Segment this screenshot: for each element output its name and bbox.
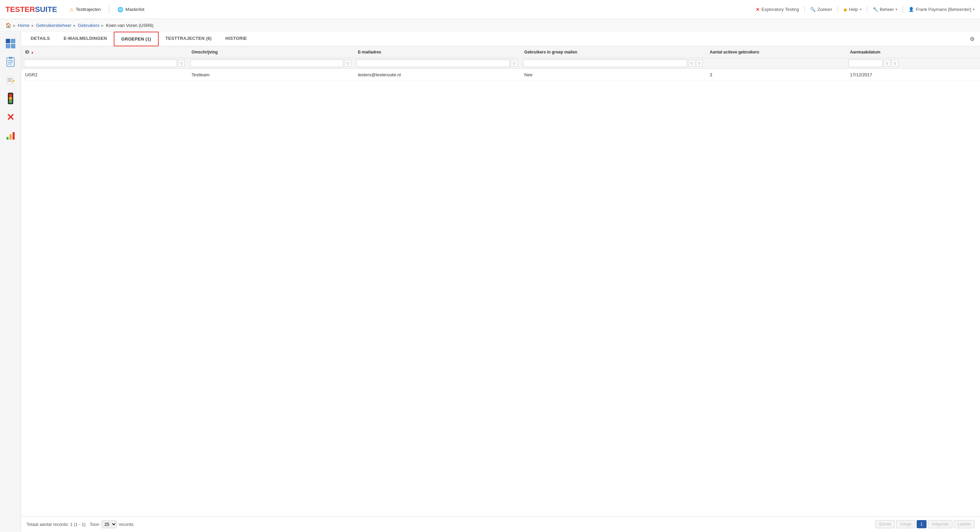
tab-details[interactable]: DETAILS — [24, 32, 57, 46]
header-right: ✕ Exploratory Testing 🔍 Zoeken ◆ Help ▾ … — [756, 6, 975, 13]
exploratory-testing-btn[interactable]: ✕ Exploratory Testing — [756, 7, 799, 12]
cell-id: UGR2 — [21, 69, 188, 81]
grid-icon — [6, 39, 15, 48]
table-body: UGR2 Testteam testers@testersuite.nl Nee… — [21, 69, 980, 81]
divider-4 — [903, 6, 903, 13]
svg-rect-14 — [10, 134, 11, 140]
main-layout: ✕ DETAILS E-MAILMELDINGEN GROEPEN (1) TE… — [0, 32, 980, 532]
cell-emailadres: testers@testersuite.nl — [354, 69, 520, 81]
help-icon: ◆ — [843, 7, 847, 12]
breadcrumb-home[interactable]: Home — [18, 23, 30, 28]
col-aanmaakdatum: Aanmaakdatum — [846, 46, 980, 58]
col-emailadres: E-mailadres — [354, 46, 520, 58]
sidebar-item-notes[interactable] — [3, 73, 18, 88]
footer-show: Toon 25 records — [89, 521, 134, 528]
breadcrumb-gebruikers[interactable]: Gebruikers — [78, 23, 100, 28]
x-icon: ✕ — [756, 7, 760, 12]
filter-id-btn[interactable]: ▽ — [178, 60, 185, 67]
tab-historie[interactable]: HISTORIE — [219, 32, 254, 46]
col-actieve-gebruikers: Aantal actieve gebruikers — [706, 46, 846, 58]
pagination-prev[interactable]: Vorige — [896, 520, 915, 528]
filter-gebruikers-mailen-input[interactable] — [523, 60, 687, 67]
sidebar-item-dashboard[interactable] — [3, 36, 18, 51]
search-icon: 🔍 — [810, 7, 816, 12]
filter-id-input[interactable] — [24, 60, 177, 67]
cell-omschrijving: Testteam — [188, 69, 354, 81]
table-header-row: ID ▲ Omschrijving E-mailadres Gebruikers… — [21, 46, 980, 58]
table-area: ID ▲ Omschrijving E-mailadres Gebruikers… — [21, 46, 980, 516]
breadcrumb-current: Koen van Voren (USR6) — [106, 23, 153, 28]
content: DETAILS E-MAILMELDINGEN GROEPEN (1) TEST… — [21, 32, 980, 532]
filter-gebruikers-mailen-cell: ▽ ▽ — [520, 58, 706, 69]
help-btn[interactable]: ◆ Help ▾ — [843, 7, 862, 12]
tab-testtrajecten[interactable]: TESTTRAJECTEN (6) — [159, 32, 219, 46]
settings-icon[interactable]: ⚙ — [967, 33, 977, 45]
col-omschrijving-label: Omschrijving — [192, 50, 218, 54]
show-select[interactable]: 25 — [102, 521, 117, 528]
pagination-current[interactable]: 1 — [917, 520, 926, 528]
user-btn[interactable]: 👤 Frank Paymans [Beheerder] ▾ — [908, 7, 975, 12]
col-id-label: ID — [25, 50, 29, 54]
table-filter-row: ▽ ▽ ▽ — [21, 58, 980, 69]
col-aanmaakdatum-label: Aanmaakdatum — [850, 50, 880, 54]
zoeken-btn[interactable]: 🔍 Zoeken — [810, 7, 832, 12]
beheer-chevron-icon: ▾ — [896, 8, 897, 11]
svg-rect-13 — [6, 137, 8, 140]
divider-3 — [867, 6, 867, 13]
sep-1: ▸ — [32, 23, 34, 28]
beheer-btn[interactable]: 🔧 Beheer ▾ — [873, 7, 897, 12]
header-nav: ⚠ Testtrajecten 🌐 Masterlist — [65, 5, 148, 14]
zoeken-label: Zoeken — [817, 7, 832, 12]
records-label: records — [119, 522, 134, 527]
groups-table: ID ▲ Omschrijving E-mailadres Gebruikers… — [21, 46, 980, 81]
pagination-next[interactable]: Volgende — [928, 520, 952, 528]
filter-emailadres-btn[interactable]: ▽ — [511, 60, 518, 67]
tools-icon: 🔧 — [873, 7, 878, 12]
breadcrumb-gebruikersbeheer[interactable]: Gebruikersbeheer — [36, 23, 72, 28]
breadcrumb: 🏠 ▸ Home ▸ Gebruikersbeheer ▸ Gebruikers… — [0, 19, 980, 32]
svg-rect-1 — [9, 57, 12, 59]
filter-emailadres-input[interactable] — [356, 60, 510, 67]
footer: Totaal aantal records: 1 (1 - 1) Toon 25… — [21, 516, 980, 532]
home-icon: 🏠 — [5, 22, 11, 28]
svg-point-10 — [9, 94, 12, 97]
filter-aanmaakdatum-input[interactable] — [849, 60, 883, 67]
show-label: Toon — [89, 522, 99, 527]
col-id: ID ▲ — [21, 46, 188, 58]
help-chevron-icon: ▾ — [860, 8, 862, 11]
tab-groepen[interactable]: GROEPEN (1) — [114, 32, 159, 46]
sort-asc-icon: ▲ — [31, 50, 34, 54]
x-sidebar-icon: ✕ — [6, 112, 14, 123]
filter-emailadres-cell: ▽ — [354, 58, 520, 69]
tab-emailmeldingen[interactable]: E-MAILMELDINGEN — [57, 32, 114, 46]
filter-gebruikers-mailen-btn2[interactable]: ▽ — [696, 60, 703, 67]
beheer-label: Beheer — [880, 7, 894, 12]
col-omschrijving: Omschrijving — [188, 46, 354, 58]
pagination-last[interactable]: Laatste — [954, 520, 975, 528]
globe-icon: 🌐 — [118, 7, 123, 12]
filter-omschrijving-btn[interactable]: ▽ — [344, 60, 351, 67]
sep-3: ▸ — [102, 23, 104, 28]
bar-chart-icon — [6, 131, 15, 140]
footer-pagination: Eerste Vorige 1 Volgende Laatste — [875, 520, 975, 528]
sidebar-item-traffic[interactable] — [3, 91, 18, 107]
filter-omschrijving-input[interactable] — [190, 60, 344, 67]
filter-aanmaakdatum-btn2[interactable]: ▽ — [891, 60, 898, 67]
filter-aanmaakdatum-btn1[interactable]: ▽ — [884, 60, 891, 67]
filter-gebruikers-mailen-btn1[interactable]: ▽ — [688, 60, 695, 67]
sidebar: ✕ — [0, 32, 21, 532]
sidebar-item-charts[interactable] — [3, 128, 18, 143]
user-icon: 👤 — [908, 7, 914, 12]
pagination-first[interactable]: Eerste — [875, 520, 895, 528]
nav-masterlist[interactable]: 🌐 Masterlist — [113, 5, 148, 14]
nav-testtrajecten-label: Testtrajecten — [76, 7, 101, 12]
nav-testtrajecten[interactable]: ⚠ Testtrajecten — [65, 5, 105, 14]
table-row[interactable]: UGR2 Testteam testers@testersuite.nl Nee… — [21, 69, 980, 81]
sidebar-item-exploratory[interactable]: ✕ — [3, 109, 18, 125]
sidebar-item-reports[interactable] — [3, 54, 18, 70]
svg-point-11 — [9, 97, 12, 100]
logo[interactable]: TESTER SUITE — [5, 5, 57, 14]
filter-id-cell: ▽ — [21, 58, 188, 69]
exploratory-testing-label: Exploratory Testing — [761, 7, 799, 12]
nav-divider — [109, 5, 109, 14]
